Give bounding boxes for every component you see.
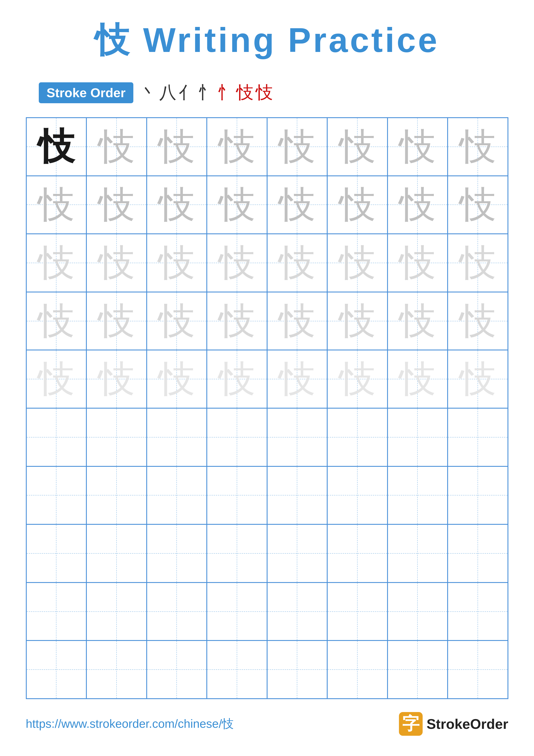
grid-cell[interactable]: [388, 466, 448, 525]
grid-cell[interactable]: [447, 582, 508, 641]
grid-cell: 忮: [447, 176, 508, 234]
grid-cell[interactable]: [327, 524, 388, 582]
cell-character: 忮: [339, 128, 376, 165]
grid-cell: 忮: [26, 118, 87, 176]
grid-cell[interactable]: [207, 640, 267, 699]
grid-cell[interactable]: [447, 466, 508, 525]
cell-character: 忮: [339, 361, 376, 397]
grid-cell[interactable]: [207, 408, 267, 466]
cell-character: 忮: [399, 128, 436, 165]
grid-cell: 忮: [447, 234, 508, 292]
grid-cell: 忮: [26, 350, 87, 408]
grid-cell: 忮: [87, 234, 147, 292]
grid-cell[interactable]: [327, 466, 388, 525]
cell-character: 忮: [38, 128, 75, 165]
grid-cell: 忮: [327, 292, 388, 350]
cell-character: 忮: [339, 303, 376, 339]
grid-cell: 忮: [87, 350, 147, 408]
grid-cell: 忮: [327, 176, 388, 234]
grid-cell: 忮: [267, 292, 327, 350]
grid-cell[interactable]: [327, 640, 388, 699]
grid-cell: 忮: [447, 118, 508, 176]
grid-cell[interactable]: [327, 582, 388, 641]
grid-cell[interactable]: [267, 466, 327, 525]
grid-cell: 忮: [207, 118, 267, 176]
grid-cell[interactable]: [26, 466, 87, 525]
grid-cell[interactable]: [327, 408, 388, 466]
stroke-order-row: Stroke Order 丶 八 亻 忄 忄 忮 忮: [39, 81, 273, 104]
cell-character: 忮: [158, 186, 195, 223]
grid-cell[interactable]: [388, 640, 448, 699]
grid-cell[interactable]: [87, 640, 147, 699]
stroke-4: 忄: [197, 81, 215, 104]
grid-cell: 忮: [87, 176, 147, 234]
grid-cell[interactable]: [147, 524, 207, 582]
cell-character: 忮: [459, 361, 496, 397]
grid-cell[interactable]: [87, 466, 147, 525]
footer-url[interactable]: https://www.strokeorder.com/chinese/忮: [26, 716, 234, 732]
grid-cell[interactable]: [147, 640, 207, 699]
grid-cell: 忮: [207, 292, 267, 350]
stroke-3: 亻: [179, 81, 195, 104]
grid-cell[interactable]: [147, 466, 207, 525]
cell-character: 忮: [219, 128, 255, 165]
logo-icon: 字: [399, 712, 423, 736]
grid-cell: 忮: [207, 176, 267, 234]
cell-character: 忮: [279, 186, 315, 223]
grid-cell: 忮: [388, 118, 448, 176]
cell-character: 忮: [158, 128, 195, 165]
grid-cell[interactable]: [87, 582, 147, 641]
grid-cell: 忮: [267, 176, 327, 234]
cell-character: 忮: [219, 303, 255, 339]
grid-cell[interactable]: [26, 582, 87, 641]
grid-cell[interactable]: [388, 408, 448, 466]
cell-character: 忮: [38, 361, 75, 397]
cell-character: 忮: [339, 245, 376, 281]
grid-cell: 忮: [87, 292, 147, 350]
cell-character: 忮: [98, 303, 135, 339]
grid-cell[interactable]: [388, 524, 448, 582]
grid-cell[interactable]: [447, 640, 508, 699]
cell-character: 忮: [158, 361, 195, 397]
cell-character: 忮: [399, 361, 436, 397]
footer: https://www.strokeorder.com/chinese/忮 字 …: [26, 712, 508, 736]
cell-character: 忮: [279, 361, 315, 397]
grid-cell: 忮: [327, 118, 388, 176]
grid-cell[interactable]: [207, 466, 267, 525]
grid-cell[interactable]: [267, 408, 327, 466]
cell-character: 忮: [38, 303, 75, 339]
grid-cell[interactable]: [26, 524, 87, 582]
grid-cell[interactable]: [26, 640, 87, 699]
grid-cell: 忮: [327, 350, 388, 408]
cell-character: 忮: [98, 361, 135, 397]
grid-cell[interactable]: [87, 524, 147, 582]
grid-cell[interactable]: [147, 408, 207, 466]
cell-character: 忮: [279, 128, 315, 165]
stroke-5: 忄: [217, 81, 234, 104]
cell-character: 忮: [459, 303, 496, 339]
grid-cell[interactable]: [447, 408, 508, 466]
stroke-1: 丶: [140, 81, 157, 104]
grid-cell: 忮: [327, 234, 388, 292]
grid-cell: 忮: [267, 234, 327, 292]
grid-cell[interactable]: [267, 524, 327, 582]
grid-cell[interactable]: [207, 582, 267, 641]
cell-character: 忮: [158, 245, 195, 281]
grid-cell: 忮: [388, 292, 448, 350]
grid-cell[interactable]: [267, 640, 327, 699]
cell-character: 忮: [399, 245, 436, 281]
grid-cell[interactable]: [447, 524, 508, 582]
grid-cell[interactable]: [388, 582, 448, 641]
stroke-6: 忮: [236, 81, 254, 104]
grid-cell[interactable]: [147, 582, 207, 641]
grid-cell[interactable]: [26, 408, 87, 466]
grid-cell[interactable]: [267, 582, 327, 641]
grid-cell: 忮: [147, 292, 207, 350]
cell-character: 忮: [98, 128, 135, 165]
stroke-7: 忮: [256, 81, 273, 104]
cell-character: 忮: [219, 245, 255, 281]
grid-cell[interactable]: [207, 524, 267, 582]
cell-character: 忮: [459, 245, 496, 281]
grid-cell[interactable]: [87, 408, 147, 466]
grid-cell: 忮: [388, 350, 448, 408]
